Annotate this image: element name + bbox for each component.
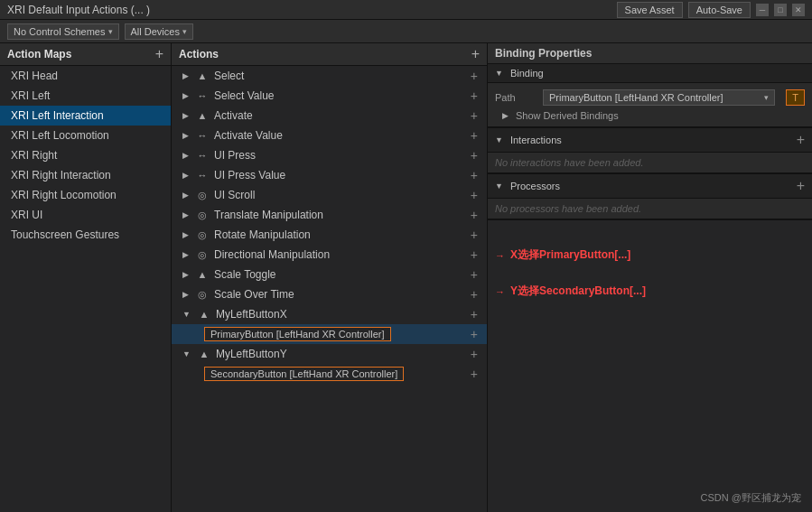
annotation-y-text: Y选择SecondaryButton[...] — [510, 284, 646, 299]
binding-path-value: PrimaryButton [LeftHand XR Controller] — [549, 92, 723, 103]
action-ui-press-value[interactable]: ▶ ↔ UI Press Value + — [172, 165, 487, 185]
all-devices-dropdown[interactable]: All Devices ▾ — [125, 23, 193, 40]
add-action-map-button[interactable]: + — [155, 47, 163, 61]
derived-toggle-icon: ▶ — [502, 111, 509, 120]
save-asset-button[interactable]: Save Asset — [617, 2, 683, 18]
action-scale-toggle-label: Scale Toggle — [214, 268, 276, 281]
action-map-item-xri-left[interactable]: XRI Left — [0, 86, 171, 106]
show-derived-bindings-label[interactable]: Show Derived Bindings — [516, 110, 619, 121]
arrow-right-red-y: → — [495, 286, 505, 297]
action-ui-press-add[interactable]: + — [469, 148, 480, 163]
action-map-item-xri-right-locomotion[interactable]: XRI Right Locomotion — [0, 185, 171, 205]
auto-save-button[interactable]: Auto-Save — [688, 2, 751, 18]
binding-secondary-button-add[interactable]: + — [469, 367, 480, 381]
arrows-icon: ↔ — [196, 149, 209, 162]
expand-down-icon: ▼ — [182, 310, 191, 319]
close-button[interactable]: ✕ — [792, 4, 805, 16]
action-ui-scroll-label: UI Scroll — [214, 189, 255, 201]
expand-icon: ▶ — [182, 270, 189, 279]
action-activate[interactable]: ▶ ▲ Activate + — [172, 106, 487, 126]
arrow-right-red-x: → — [495, 250, 505, 261]
person-icon: ▲ — [196, 70, 209, 82]
binding-secondary-button[interactable]: SecondaryButton [LeftHand XR Controller]… — [172, 364, 487, 384]
action-my-left-button-x-add[interactable]: + — [469, 307, 480, 321]
show-derived-bindings-row: ▶ Show Derived Bindings — [495, 108, 805, 123]
action-directional-manipulation[interactable]: ▶ ◎ Directional Manipulation + — [172, 245, 487, 265]
action-ui-press[interactable]: ▶ ↔ UI Press + — [172, 145, 487, 165]
action-translate-manipulation-add[interactable]: + — [469, 208, 480, 222]
action-select-label: Select — [214, 70, 244, 82]
action-rotate-manipulation-label: Rotate Manipulation — [214, 228, 311, 241]
annotation-x-text: X选择PrimaryButton[...] — [510, 247, 630, 263]
action-map-item-xri-head[interactable]: XRI Head — [0, 66, 171, 86]
action-scale-toggle[interactable]: ▶ ▲ Scale Toggle + — [172, 265, 487, 284]
binding-section-toggle: ▼ — [495, 69, 503, 78]
action-activate-value-add[interactable]: + — [469, 128, 480, 143]
action-my-left-button-y-add[interactable]: + — [469, 347, 480, 361]
action-activate-value[interactable]: ▶ ↔ Activate Value + — [172, 126, 487, 145]
processors-section-toggle: ▼ — [495, 182, 503, 191]
action-rotate-manipulation-add[interactable]: + — [469, 228, 480, 242]
circle-icon: ◎ — [196, 189, 209, 201]
interactions-section-header: ▼ Interactions + — [488, 128, 812, 153]
action-scale-over-time-add[interactable]: + — [469, 287, 480, 302]
action-map-item-xri-left-locomotion[interactable]: XRI Left Locomotion — [0, 126, 171, 145]
action-map-item-touchscreen-gestures[interactable]: Touchscreen Gestures — [0, 225, 171, 245]
chevron-down-icon-2: ▾ — [182, 27, 187, 36]
add-processor-button[interactable]: + — [797, 178, 805, 194]
action-directional-manipulation-add[interactable]: + — [469, 247, 480, 262]
add-action-button[interactable]: + — [471, 47, 480, 61]
action-ui-press-value-add[interactable]: + — [469, 168, 480, 182]
binding-path-field[interactable]: PrimaryButton [LeftHand XR Controller] ▾ — [543, 89, 775, 106]
action-map-item-xri-right[interactable]: XRI Right — [0, 145, 171, 165]
actions-list: ▶ ▲ Select + ▶ ↔ Select Value + ▶ — [172, 66, 487, 512]
interactions-empty-text: No interactions have been added. — [495, 154, 644, 172]
processors-section-header: ▼ Processors + — [488, 174, 812, 199]
action-ui-scroll-add[interactable]: + — [469, 188, 480, 202]
no-control-schemes-label: No Control Schemes — [14, 26, 106, 37]
action-map-item-xri-left-interaction[interactable]: XRI Left Interaction — [0, 106, 171, 126]
expand-icon: ▶ — [182, 290, 189, 299]
chevron-down-icon: ▾ — [108, 27, 113, 36]
toolbar: No Control Schemes ▾ All Devices ▾ — [0, 20, 812, 43]
expand-icon: ▶ — [182, 131, 189, 140]
action-my-left-button-y[interactable]: ▼ ▲ MyLeftButtonY + — [172, 344, 487, 364]
binding-primary-button-add[interactable]: + — [469, 327, 480, 341]
action-select[interactable]: ▶ ▲ Select + — [172, 66, 487, 86]
expand-icon: ▶ — [182, 210, 189, 219]
maximize-button[interactable]: □ — [774, 4, 787, 16]
action-select-value-add[interactable]: + — [469, 88, 480, 103]
action-ui-press-label: UI Press — [214, 149, 256, 162]
interactions-section: ▼ Interactions + No interactions have be… — [488, 128, 812, 174]
binding-t-button[interactable]: T — [786, 89, 805, 106]
binding-secondary-button-label: SecondaryButton [LeftHand XR Controller] — [204, 367, 404, 381]
person-icon: ▲ — [196, 268, 209, 281]
action-translate-manipulation-label: Translate Manipulation — [214, 209, 323, 221]
action-select-value[interactable]: ▶ ↔ Select Value + — [172, 86, 487, 106]
action-map-item-xri-right-interaction[interactable]: XRI Right Interaction — [0, 165, 171, 185]
interactions-section-toggle: ▼ — [495, 135, 503, 144]
action-scale-over-time[interactable]: ▶ ◎ Scale Over Time + — [172, 284, 487, 304]
watermark: CSDN @野区捕龙为宠 — [701, 491, 801, 505]
binding-primary-button[interactable]: PrimaryButton [LeftHand XR Controller] + — [172, 324, 487, 344]
chevron-down-icon-path: ▾ — [764, 93, 769, 102]
expand-down-icon-y: ▼ — [182, 349, 191, 358]
action-scale-toggle-add[interactable]: + — [469, 267, 480, 282]
action-activate-add[interactable]: + — [469, 108, 480, 123]
expand-icon: ▶ — [182, 71, 189, 80]
action-rotate-manipulation[interactable]: ▶ ◎ Rotate Manipulation + — [172, 225, 487, 245]
binding-path-label: Path — [495, 92, 536, 103]
processors-empty-text: No processors have been added. — [495, 200, 641, 218]
action-map-item-xri-ui[interactable]: XRI UI — [0, 205, 171, 225]
action-ui-scroll[interactable]: ▶ ◎ UI Scroll + — [172, 185, 487, 205]
action-select-add[interactable]: + — [469, 69, 480, 83]
action-scale-over-time-label: Scale Over Time — [214, 288, 294, 301]
action-my-left-button-x[interactable]: ▼ ▲ MyLeftButtonX + — [172, 304, 487, 324]
expand-icon: ▶ — [182, 111, 189, 120]
circle-icon: ◎ — [196, 248, 209, 261]
add-interaction-button[interactable]: + — [797, 132, 805, 148]
minimize-button[interactable]: ─ — [756, 4, 769, 16]
action-directional-manipulation-label: Directional Manipulation — [214, 248, 330, 261]
action-translate-manipulation[interactable]: ▶ ◎ Translate Manipulation + — [172, 205, 487, 225]
no-control-schemes-dropdown[interactable]: No Control Schemes ▾ — [7, 23, 119, 40]
